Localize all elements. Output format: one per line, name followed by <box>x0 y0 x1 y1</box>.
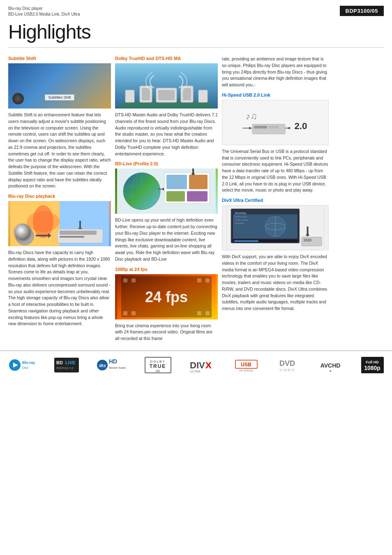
logo-fullhd: Full HD 1080p <box>361 357 384 373</box>
svg-rect-32 <box>187 191 208 201</box>
dts-logo-svg: dts HD Master Audio <box>97 358 127 372</box>
column-3: rate, providing an ambience and image te… <box>222 48 329 342</box>
fps24-svg: 24 fps <box>115 274 218 319</box>
svg-text:Master Audio: Master Audio <box>109 366 126 369</box>
dolby-image <box>115 63 218 109</box>
svg-text:BD: BD <box>56 360 63 365</box>
page-title: Highlights <box>0 19 392 47</box>
svg-rect-41 <box>197 278 201 282</box>
main-content: Subtitle Shift Subtitle Shift is an enha… <box>0 48 392 342</box>
fps24-body-part2: rate, providing an ambience and image te… <box>222 52 329 88</box>
svg-rect-6 <box>36 235 48 236</box>
svg-text:Audio setup: Audio setup <box>235 219 248 221</box>
svg-text:HD: HD <box>109 358 117 365</box>
svg-rect-45 <box>197 311 201 315</box>
header-left: Blu-ray Disc player BD-Live USB2.0 Media… <box>8 6 80 17</box>
logo-avchd: AVCHD ● <box>317 357 344 373</box>
svg-rect-74 <box>304 239 312 242</box>
subtitle-shift-body: Subtitle Shift is an enhancement feature… <box>8 112 111 190</box>
svg-text:Subtitles: Subtitles <box>235 222 244 224</box>
svg-text:DVD: DVD <box>279 359 295 368</box>
fps24-image: 24 fps <box>115 274 218 319</box>
fps24-title: 1080p at 24 fps <box>115 267 218 272</box>
svg-rect-30 <box>189 175 208 189</box>
svg-rect-40 <box>131 278 136 282</box>
dolby-logo-svg: DOLBY TRUE HD <box>145 357 171 373</box>
bdlive-logo-svg: BD LIVE PROFILE 2.0 <box>54 358 79 372</box>
svg-rect-39 <box>123 278 127 282</box>
logo-dvd: DVD VIDEO <box>275 357 300 373</box>
dvd-logo-svg: DVD VIDEO <box>275 357 300 373</box>
svg-text:Full HD: Full HD <box>366 360 379 364</box>
column-2: Dolby TrueHD and DTS-HD MA <box>115 48 222 342</box>
svg-text:dts: dts <box>99 363 106 368</box>
page: Blu-ray Disc player BD-Live USB2.0 Media… <box>0 0 392 555</box>
logo-usb: USB HI-SPEED <box>235 357 258 373</box>
svg-rect-43 <box>123 311 127 315</box>
svg-rect-16 <box>158 90 175 100</box>
svg-text:USB: USB <box>241 362 251 368</box>
dolby-svg <box>115 63 218 109</box>
svg-rect-52 <box>269 126 279 128</box>
svg-text:1080p: 1080p <box>364 365 380 371</box>
dolby-body: DTS-HD Master Audio and Dolby TrueHD del… <box>115 112 218 157</box>
svg-text:Play movie: Play movie <box>235 215 247 218</box>
svg-text:HI-SPEED: HI-SPEED <box>239 369 253 372</box>
svg-rect-29 <box>166 175 187 189</box>
svg-rect-72 <box>307 227 309 236</box>
header: Blu-ray Disc player BD-Live USB2.0 Media… <box>0 0 392 19</box>
svg-text:DIV: DIV <box>190 360 205 370</box>
fullhd-logo-svg: Full HD 1080p <box>361 357 384 373</box>
divx-svg: Worldtrip Play movie Audio setup Subtitl… <box>222 206 328 250</box>
bluray-disc-title: Blu-ray Disc playback <box>8 194 111 199</box>
bluray-disc-image <box>8 201 111 246</box>
svg-text:♪♫: ♪♫ <box>246 111 257 121</box>
svg-text:DOLBY: DOLBY <box>150 360 166 363</box>
logo-divx: DIV X ULTRA <box>189 357 218 373</box>
column-1: Subtitle Shift Subtitle Shift is an enha… <box>8 48 115 342</box>
svg-rect-50 <box>252 124 285 134</box>
svg-text:PROFILE 2.0: PROFILE 2.0 <box>56 367 74 370</box>
svg-rect-51 <box>254 126 267 128</box>
bluray-disc-svg <box>8 201 111 246</box>
svg-text:X: X <box>205 360 212 370</box>
svg-text:2.0: 2.0 <box>294 121 307 131</box>
svg-rect-12 <box>79 221 81 229</box>
bluray-logo-svg: Blu-ray Disc <box>8 358 37 372</box>
svg-rect-20 <box>183 88 191 100</box>
divx-body: With DivX support, you are able to enjoy… <box>222 254 329 312</box>
footer-logos: Blu-ray Disc BD LIVE PROFILE 2.0 dts HD … <box>0 350 392 379</box>
svg-rect-10 <box>60 236 84 238</box>
divx-image: Worldtrip Play movie Audio setup Subtitl… <box>222 205 329 250</box>
logo-dts: dts HD Master Audio <box>97 358 127 372</box>
svg-text:HD: HD <box>156 370 160 372</box>
bdlive-body: BD-Live opens up your world of high defi… <box>115 217 218 262</box>
svg-text:LIVE: LIVE <box>65 360 75 365</box>
usb-svg: ♪♫ 2.0 <box>226 104 324 141</box>
fps24-body-part1: Bring true cinema experience into your l… <box>115 323 218 342</box>
svg-text:Disc: Disc <box>22 366 29 370</box>
svg-text:TRUE: TRUE <box>150 363 166 369</box>
logo-bluray: Blu-ray Disc <box>8 358 37 372</box>
svg-rect-18 <box>142 88 150 100</box>
dolby-title: Dolby TrueHD and DTS-HD MA <box>115 56 218 61</box>
svg-text:24 fps: 24 fps <box>145 289 188 305</box>
svg-text:Worldtrip: Worldtrip <box>235 212 247 215</box>
svg-rect-31 <box>166 191 185 201</box>
divx-logo-svg: DIV X ULTRA <box>189 357 218 373</box>
svg-rect-36 <box>192 169 194 175</box>
usb-link-title: Hi-Speed USB 2.0 Link <box>222 92 329 97</box>
usb-link-body: The Universal Serial Bus or USB is a pro… <box>222 148 329 194</box>
logo-bdlive: BD LIVE PROFILE 2.0 <box>54 358 79 372</box>
avchd-logo-svg: AVCHD ● <box>317 357 344 373</box>
svg-rect-44 <box>131 311 136 315</box>
product-category: Blu-ray Disc player BD-Live USB2.0 Media… <box>8 6 80 17</box>
svg-rect-70 <box>234 240 258 242</box>
svg-rect-73 <box>302 237 322 246</box>
svg-text:Blu-ray: Blu-ray <box>22 361 35 365</box>
svg-rect-22 <box>198 90 208 102</box>
svg-text:VIDEO: VIDEO <box>279 368 295 372</box>
usb-link-image: ♪♫ 2.0 <box>222 100 329 145</box>
bdlive-title: BD-Live (Profile 2.0) <box>115 161 218 166</box>
divx-title: DivX Ultra Certified <box>222 198 329 203</box>
